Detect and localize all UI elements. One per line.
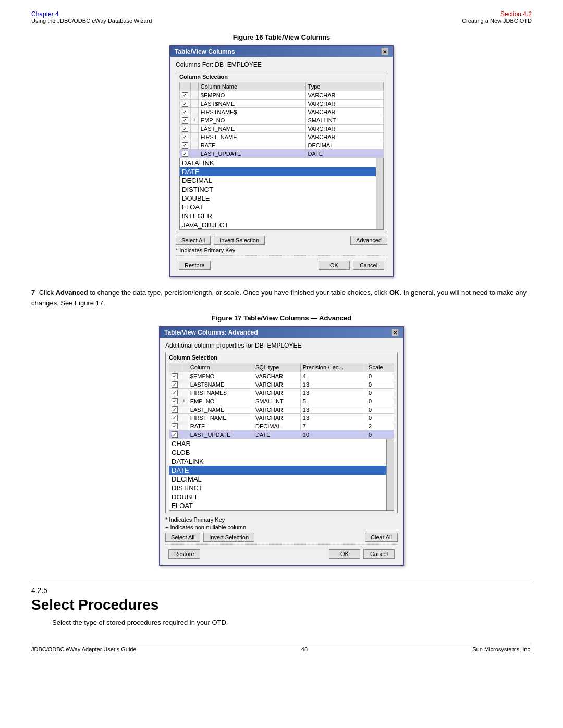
adv-cb-cell[interactable] — [169, 380, 180, 389]
cb-cell[interactable] — [180, 108, 191, 116]
adv-plus-cell — [180, 389, 188, 397]
plus-cell — [191, 108, 199, 116]
plus-cell — [191, 100, 199, 108]
adv-checkbox[interactable] — [172, 406, 178, 413]
adv-dropdown-item[interactable]: DOUBLE — [169, 492, 386, 501]
col-th-plus — [191, 82, 199, 91]
adv-dropdown-item[interactable]: CHAR — [169, 439, 386, 448]
adv-cb-cell[interactable] — [169, 397, 180, 405]
dropdown-item[interactable]: JAVA_OBJECT — [180, 220, 376, 229]
figure17-clear-all-btn[interactable]: Clear All — [365, 533, 398, 542]
cb-cell[interactable] — [180, 133, 191, 141]
adv-checkbox[interactable] — [172, 415, 178, 421]
figure17-close-btn[interactable]: ✕ — [391, 329, 399, 336]
adv-dropdown-item[interactable]: CLOB — [169, 448, 386, 457]
cb-cell[interactable] — [180, 125, 191, 133]
cb-cell[interactable] — [180, 116, 191, 125]
checkbox[interactable] — [182, 134, 188, 140]
figure17-group: Column Selection Column SQL type Precisi… — [165, 352, 398, 513]
adv-cb-cell[interactable] — [169, 430, 180, 439]
step-text-mid: to change the data type, percision/lengt… — [88, 289, 389, 297]
figure17-select-all-btn[interactable]: Select All — [165, 533, 200, 542]
adv-checkbox[interactable] — [172, 431, 178, 438]
figure17-restore-btn[interactable]: Restore — [168, 549, 200, 559]
figure17-ok-btn[interactable]: OK — [329, 549, 360, 559]
figure16-dropdown: DATALINKDATEDECIMALDISTINCTDOUBLEFLOATIN… — [179, 158, 384, 230]
dropdown-item[interactable]: DATE — [180, 167, 376, 176]
adv-col-name: RATE — [188, 422, 253, 430]
figure17-title: Figure 17 Table/View Columns — Advanced — [31, 314, 532, 322]
figure16-cancel-btn[interactable]: Cancel — [353, 261, 384, 270]
cb-cell[interactable] — [180, 150, 191, 158]
checkbox[interactable] — [182, 126, 188, 132]
adv-dropdown-item[interactable]: DECIMAL — [169, 475, 386, 484]
dropdown-item[interactable]: DOUBLE — [180, 194, 376, 203]
figure16-advanced-btn[interactable]: Advanced — [350, 236, 387, 245]
adv-col-prec: 13 — [300, 380, 366, 389]
figure16-info: Columns For: DB_EMPLOYEE — [176, 61, 387, 68]
adv-plus-cell — [180, 430, 188, 439]
figure16-indicates: * Indicates Primary Key — [176, 247, 387, 253]
figure16-dropdown-list[interactable]: DATALINKDATEDECIMALDISTINCTDOUBLEFLOATIN… — [179, 158, 376, 230]
adv-checkbox[interactable] — [172, 398, 178, 404]
dropdown-item[interactable]: DATALINK — [180, 158, 376, 167]
figure17-dropdown-list[interactable]: CHARCLOBDATALINKDATEDECIMALDISTINCTDOUBL… — [169, 439, 387, 511]
figure16-restore-btn[interactable]: Restore — [179, 261, 211, 270]
adv-col-prec: 10 — [300, 430, 366, 439]
adv-checkbox[interactable] — [172, 373, 178, 379]
figure16-close-btn[interactable]: ✕ — [381, 48, 388, 55]
checkbox[interactable] — [182, 142, 188, 149]
adv-col-prec: 13 — [300, 389, 366, 397]
dropdown-item[interactable]: DISTINCT — [180, 185, 376, 194]
adv-dropdown-item[interactable]: DISTINCT — [169, 484, 386, 492]
adv-cb-cell[interactable] — [169, 414, 180, 422]
adv-plus-cell — [180, 380, 188, 389]
figure16-ok-btn[interactable]: OK — [319, 261, 350, 270]
adv-col-sql: VARCHAR — [253, 372, 300, 380]
adv-cb-cell[interactable] — [169, 389, 180, 397]
checkbox[interactable] — [182, 151, 188, 157]
col-type: VARCHAR — [305, 133, 383, 141]
adv-checkbox[interactable] — [172, 381, 178, 388]
col-type: VARCHAR — [305, 100, 383, 108]
adv-dropdown-item[interactable]: DATALINK — [169, 457, 386, 466]
adv-dropdown-item[interactable]: DATE — [169, 466, 386, 475]
adv-col-sql: DATE — [253, 430, 300, 439]
figure17-cancel-btn[interactable]: Cancel — [363, 549, 395, 559]
adv-col-scale: 0 — [366, 414, 394, 422]
adv-col-scale: 0 — [366, 372, 394, 380]
adv-cb-cell[interactable] — [169, 405, 180, 414]
checkbox[interactable] — [182, 101, 188, 107]
figure16-select-all-btn[interactable]: Select All — [176, 236, 211, 245]
adv-dropdown-item[interactable]: FLOAT — [169, 501, 386, 510]
cb-cell[interactable] — [180, 100, 191, 108]
dropdown-item[interactable]: FLOAT — [180, 203, 376, 212]
adv-col-name: LAST_UPDATE — [188, 430, 253, 439]
cb-cell[interactable] — [180, 141, 191, 150]
figure16-invert-btn[interactable]: Invert Selection — [214, 236, 265, 245]
checkbox[interactable] — [182, 109, 188, 115]
adv-col-scale: 2 — [366, 422, 394, 430]
dropdown-item[interactable]: DECIMAL — [180, 176, 376, 185]
figure17-invert-btn[interactable]: Invert Selection — [203, 533, 254, 542]
adv-col-scale: 0 — [366, 389, 394, 397]
col-th-name: Column Name — [198, 82, 305, 91]
adv-cb-cell[interactable] — [169, 372, 180, 380]
figure16-dialog-title: Table/View Columns — [175, 48, 235, 55]
adv-checkbox[interactable] — [172, 390, 178, 396]
figure16-bottom-btns: Restore OK Cancel — [176, 258, 387, 272]
checkbox[interactable] — [182, 117, 188, 124]
figure16-scrollbar[interactable] — [376, 158, 384, 230]
adv-cb-cell[interactable] — [169, 422, 180, 430]
figure17-scrollbar[interactable] — [387, 439, 394, 511]
section-number: 4.2.5 — [31, 586, 532, 595]
footer-center: 48 — [301, 646, 308, 652]
plus-cell — [191, 91, 199, 100]
dropdown-item[interactable]: INTEGER — [180, 212, 376, 220]
adv-checkbox[interactable] — [172, 423, 178, 429]
checkbox[interactable] — [182, 92, 188, 98]
plus-cell: + — [191, 116, 199, 125]
cb-cell[interactable] — [180, 91, 191, 100]
col-name: FIRSTNAME$ — [198, 108, 305, 116]
adv-col-scale: 0 — [366, 405, 394, 414]
